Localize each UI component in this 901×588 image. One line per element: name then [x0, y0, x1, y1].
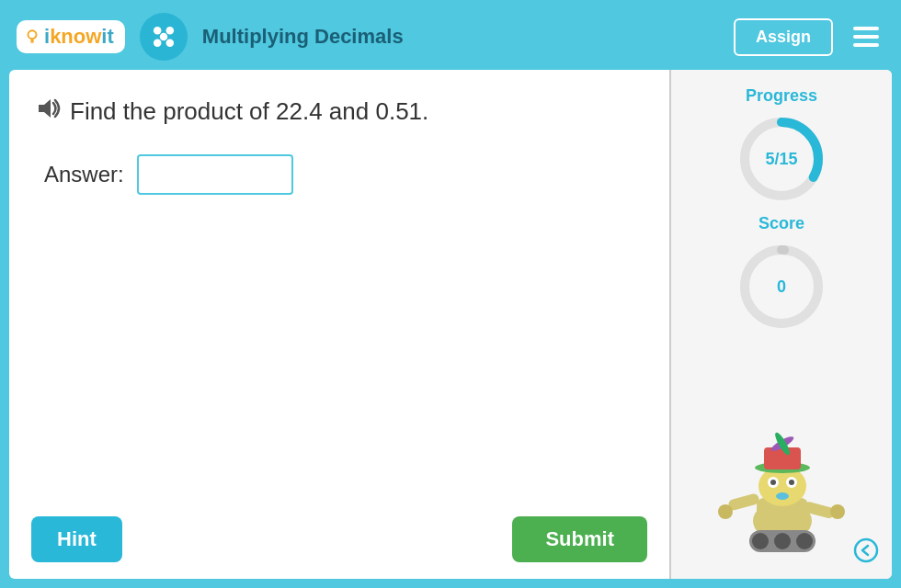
- lesson-title: Multiplying Decimals: [202, 25, 719, 49]
- menu-line-2: [853, 35, 879, 39]
- score-value: 0: [777, 277, 786, 297]
- question-sentence: Find the product of 22.4 and 0.51.: [70, 97, 428, 126]
- svg-point-7: [165, 40, 174, 48]
- film-icon: [148, 21, 179, 52]
- svg-point-21: [776, 492, 789, 500]
- svg-point-29: [718, 504, 733, 519]
- progress-label: Progress: [746, 86, 817, 106]
- logo-know: know: [50, 25, 101, 49]
- lesson-icon: [140, 13, 188, 61]
- svg-point-30: [830, 504, 845, 519]
- robot-container: [680, 342, 883, 570]
- right-panel: Progress 5/15 Score 0: [671, 70, 892, 579]
- back-arrow-icon[interactable]: [853, 537, 879, 570]
- svg-point-0: [29, 30, 37, 39]
- assign-button[interactable]: Assign: [734, 18, 833, 56]
- left-panel: Find the product of 22.4 and 0.51. Answe…: [9, 70, 671, 579]
- svg-marker-9: [39, 99, 51, 118]
- svg-point-33: [774, 533, 791, 549]
- speaker-svg: [35, 96, 61, 121]
- progress-value: 5/15: [765, 150, 797, 169]
- score-section: Score 0: [680, 214, 883, 333]
- app-wrapper: i know it Multiplying Decimals Assign: [0, 0, 901, 588]
- submit-button[interactable]: Submit: [512, 516, 647, 562]
- answer-label: Answer:: [44, 162, 124, 187]
- logo-it: it: [101, 25, 113, 49]
- score-label: Score: [758, 214, 804, 233]
- svg-point-6: [154, 40, 162, 48]
- progress-circle: 5/15: [736, 113, 827, 205]
- svg-point-20: [789, 480, 794, 485]
- header: i know it Multiplying Decimals Assign: [4, 4, 897, 70]
- svg-rect-23: [764, 447, 801, 469]
- main-content: Find the product of 22.4 and 0.51. Answe…: [9, 70, 892, 579]
- svg-point-32: [752, 533, 769, 549]
- svg-point-34: [796, 533, 813, 549]
- question-area: Find the product of 22.4 and 0.51. Answe…: [9, 70, 669, 503]
- answer-row: Answer:: [44, 154, 644, 195]
- robot-illustration: [711, 420, 853, 562]
- sound-icon[interactable]: [35, 96, 61, 127]
- score-circle: 0: [736, 241, 827, 333]
- logo: i know it: [17, 20, 125, 53]
- svg-rect-27: [727, 492, 760, 511]
- question-text: Find the product of 22.4 and 0.51.: [35, 96, 644, 127]
- hint-button[interactable]: Hint: [31, 516, 122, 562]
- svg-point-5: [165, 27, 174, 35]
- svg-point-8: [160, 33, 168, 41]
- svg-point-19: [770, 480, 776, 485]
- arrow-circle-icon: [853, 537, 879, 563]
- menu-line-3: [853, 43, 879, 47]
- bottom-bar: Hint Submit: [9, 503, 669, 579]
- answer-input[interactable]: [137, 154, 293, 195]
- logo-bulb-icon: [24, 28, 40, 45]
- svg-point-4: [154, 27, 162, 35]
- menu-line-1: [853, 27, 879, 30]
- svg-point-35: [855, 539, 877, 561]
- progress-section: Progress 5/15: [680, 86, 883, 205]
- menu-button[interactable]: [848, 23, 884, 51]
